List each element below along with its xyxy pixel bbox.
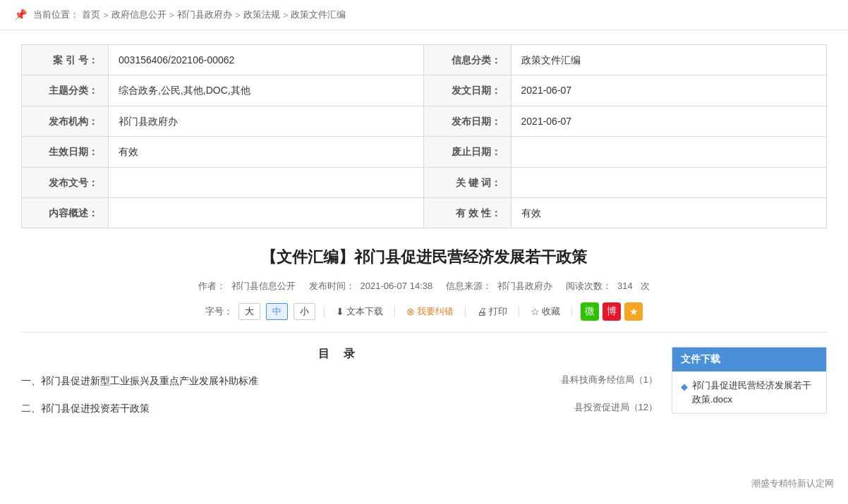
font-size-small[interactable]: 小 <box>293 303 315 320</box>
value-effective-date: 有效 <box>109 137 424 167</box>
print-icon: 🖨 <box>477 306 487 317</box>
label-summary: 内容概述： <box>22 197 109 228</box>
wechat-icon: 微 <box>585 305 595 318</box>
error-icon: ⊗ <box>406 306 415 317</box>
label-info-class: 信息分类： <box>424 45 511 75</box>
read-label: 阅读次数： <box>566 281 612 291</box>
value-publish-date: 2021-06-07 <box>511 106 826 136</box>
read-unit: 次 <box>641 281 650 291</box>
value-summary <box>109 197 424 228</box>
table-row: 案 引 号： 003156406/202106-00062 信息分类： 政策文件… <box>22 45 827 75</box>
error-report-btn[interactable]: ⊗ 我要纠错 <box>404 304 456 319</box>
label-publish-date: 发布日期： <box>424 106 511 136</box>
toc-section: 目 录 一、祁门县促进新型工业振兴及重点产业发展补助标准 县科技商务经信局（1）… <box>21 347 658 427</box>
file-dot-icon: ◆ <box>681 380 688 394</box>
toc-item-1-name[interactable]: 一、祁门县促进新型工业振兴及重点产业发展补助标准 <box>21 373 547 388</box>
label-keywords: 关 键 词： <box>424 167 511 197</box>
publish-time-value: 2021-06-07 14:38 <box>361 281 433 291</box>
star-share-icon: ★ <box>629 306 638 317</box>
label-subject: 主题分类： <box>22 75 109 106</box>
action-divider-4 <box>519 306 519 317</box>
wechat-share-btn[interactable]: 微 <box>581 302 599 321</box>
star-icon: ☆ <box>531 306 540 317</box>
label-publisher: 发布机构： <box>22 106 109 136</box>
error-report-label: 我要纠错 <box>417 305 454 318</box>
social-icons: 微 博 ★ <box>581 302 643 321</box>
breadcrumb-sep-2: > <box>169 10 175 20</box>
value-subject: 综合政务,公民,其他,DOC,其他 <box>109 75 424 106</box>
toc-item-2-dept: 县投资促进局（12） <box>574 400 658 415</box>
file-name-1: 祁门县促进民营经济发展若干政策.docx <box>692 379 818 406</box>
label-index-no: 案 引 号： <box>22 45 109 75</box>
author-label: 作者： <box>198 281 226 291</box>
label-effective-date: 生效日期： <box>22 137 109 167</box>
toc-item-2: 二、祁门县促进投资若干政策 县投资促进局（12） <box>21 400 658 416</box>
article-title: 【文件汇编】祁门县促进民营经济发展若干政策 <box>21 245 827 269</box>
table-row: 内容概述： 有 效 性： 有效 <box>22 197 827 228</box>
favorite-btn[interactable]: ☆ 收藏 <box>528 304 563 319</box>
breadcrumb-label: 当前位置： <box>33 8 79 21</box>
weibo-share-btn[interactable]: 博 <box>602 302 621 321</box>
label-validity: 有 效 性： <box>424 197 511 228</box>
font-size-medium[interactable]: 中 <box>266 303 288 320</box>
breadcrumb-gov-info[interactable]: 政府信息公开 <box>111 8 166 21</box>
action-divider-2 <box>394 306 395 317</box>
source-label: 信息来源： <box>446 281 492 291</box>
font-size-large[interactable]: 大 <box>238 303 260 320</box>
value-keywords <box>511 167 826 197</box>
section-divider <box>21 332 827 333</box>
info-table: 案 引 号： 003156406/202106-00062 信息分类： 政策文件… <box>21 44 827 228</box>
breadcrumb-home[interactable]: 首页 <box>82 8 100 21</box>
value-info-class: 政策文件汇编 <box>511 45 826 75</box>
breadcrumb-office[interactable]: 祁门县政府办 <box>177 8 232 21</box>
action-divider-1 <box>324 306 325 317</box>
label-expire-date: 废止日期： <box>424 137 511 167</box>
value-index-no: 003156406/202106-00062 <box>109 45 424 75</box>
value-doc-no <box>109 167 424 197</box>
action-divider-5 <box>571 306 572 317</box>
breadcrumb-current: 政策文件汇编 <box>291 8 346 21</box>
action-bar: 字号： 大 中 小 ⬇ 文本下载 ⊗ 我要纠错 🖨 打印 ☆ 收藏 微 <box>21 302 827 321</box>
breadcrumb-sep-3: > <box>235 10 241 20</box>
file-link-1[interactable]: ◆ 祁门县促进民营经济发展若干政策.docx <box>681 379 818 406</box>
toc-item-1-dept: 县科技商务经信局（1） <box>561 373 658 388</box>
file-download-header: 文件下载 <box>672 348 826 371</box>
table-row: 发布机构： 祁门县政府办 发布日期： 2021-06-07 <box>22 106 827 136</box>
breadcrumb-policy-law[interactable]: 政策法规 <box>243 8 280 21</box>
label-issue-date: 发文日期： <box>424 75 511 106</box>
toc-item-2-name[interactable]: 二、祁门县促进投资若干政策 <box>21 400 560 416</box>
lower-section: 目 录 一、祁门县促进新型工业振兴及重点产业发展补助标准 县科技商务经信局（1）… <box>21 347 827 427</box>
download-icon: ⬇ <box>336 306 344 317</box>
print-label: 打印 <box>489 305 507 318</box>
toc-title: 目 录 <box>21 347 658 362</box>
breadcrumb: 📌 当前位置： 首页 > 政府信息公开 > 祁门县政府办 > 政策法规 > 政策… <box>0 0 848 30</box>
file-download-body: ◆ 祁门县促进民营经济发展若干政策.docx <box>672 371 826 413</box>
author-value: 祁门县信息公开 <box>231 281 296 291</box>
read-count: 314 <box>617 281 633 291</box>
print-btn[interactable]: 🖨 打印 <box>474 304 510 319</box>
toc-item-1: 一、祁门县促进新型工业振兴及重点产业发展补助标准 县科技商务经信局（1） <box>21 373 658 388</box>
article-meta: 作者：祁门县信息公开 发布时间：2021-06-07 14:38 信息来源：祁门… <box>21 277 827 295</box>
action-divider-3 <box>465 306 466 317</box>
table-row: 生效日期： 有效 废止日期： <box>22 137 827 167</box>
breadcrumb-sep-1: > <box>103 10 109 20</box>
file-download-panel: 文件下载 ◆ 祁门县促进民营经济发展若干政策.docx <box>672 347 827 414</box>
location-pin-icon: 📌 <box>14 8 28 21</box>
font-size-label: 字号： <box>205 305 233 318</box>
table-row: 发布文号： 关 键 词： <box>22 167 827 197</box>
publish-time-label: 发布时间： <box>309 281 355 291</box>
value-issue-date: 2021-06-07 <box>511 75 826 106</box>
weibo-icon: 博 <box>607 305 617 318</box>
source-value: 祁门县政府办 <box>497 281 552 291</box>
main-content: 案 引 号： 003156406/202106-00062 信息分类： 政策文件… <box>0 30 848 441</box>
label-doc-no: 发布文号： <box>22 167 109 197</box>
value-publisher: 祁门县政府办 <box>109 106 424 136</box>
value-expire-date <box>511 137 826 167</box>
download-text-label: 文本下载 <box>346 305 383 318</box>
value-validity: 有效 <box>511 197 826 228</box>
table-row: 主题分类： 综合政务,公民,其他,DOC,其他 发文日期： 2021-06-07 <box>22 75 827 106</box>
download-text-btn[interactable]: ⬇ 文本下载 <box>333 304 386 319</box>
breadcrumb-sep-4: > <box>283 10 289 20</box>
favorite-label: 收藏 <box>542 305 560 318</box>
star-share-btn[interactable]: ★ <box>624 302 643 321</box>
